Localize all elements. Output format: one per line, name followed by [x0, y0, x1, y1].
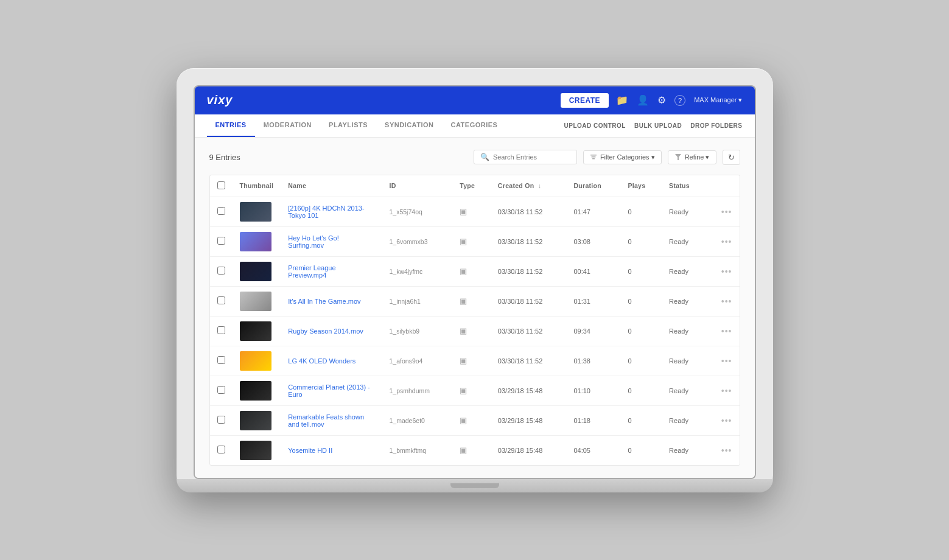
created-cell: 03/30/18 11:52 [491, 346, 567, 376]
table-body: [2160p] 4K HDChN 2013-Tokyo 101 1_x55j74… [210, 197, 740, 465]
filter-categories-button[interactable]: Filter Categories ▾ [583, 150, 662, 164]
toolbar: 9 Entries 🔍 Filter Categories ▾ Refine ▾… [209, 150, 740, 165]
more-actions-cell[interactable]: ••• [707, 405, 739, 435]
duration-cell: 01:47 [566, 197, 620, 226]
more-actions-cell[interactable]: ••• [707, 226, 739, 256]
row-checkbox-8[interactable] [217, 446, 225, 453]
row-checkbox-cell [210, 435, 233, 465]
more-actions-cell[interactable]: ••• [707, 346, 739, 376]
col-status: Status [662, 175, 707, 197]
entries-table-container: Thumbnail Name ID Type Created On ↓ Dura… [209, 175, 740, 466]
thumbnail-image [240, 292, 271, 311]
duration-cell: 04:05 [566, 435, 620, 465]
name-cell[interactable]: Rugby Season 2014.mov [281, 316, 382, 346]
username-display[interactable]: MAX Manager ▾ [694, 96, 742, 104]
table-row: Rugby Season 2014.mov 1_silybkb9 ▣ 03/30… [210, 316, 740, 346]
type-cell: ▣ [452, 226, 491, 256]
header-checkbox-cell [210, 175, 233, 197]
name-cell[interactable]: Commercial Planet (2013) - Euro [281, 376, 382, 405]
created-cell: 03/29/18 15:48 [491, 435, 567, 465]
more-actions-cell[interactable]: ••• [707, 286, 739, 316]
name-cell[interactable]: Yosemite HD II [281, 435, 382, 465]
tab-categories[interactable]: CATEGORIES [443, 114, 506, 137]
tab-entries[interactable]: ENTRIES [207, 114, 255, 137]
thumbnail-cell [233, 286, 281, 316]
status-cell: Ready [662, 376, 707, 405]
table-row: LG 4K OLED Wonders 1_afons9o4 ▣ 03/30/18… [210, 346, 740, 376]
tab-syndication[interactable]: SYNDICATION [376, 114, 442, 137]
type-cell: ▣ [452, 435, 491, 465]
settings-icon[interactable]: ⚙ [657, 94, 666, 106]
plays-cell: 0 [620, 226, 662, 256]
name-cell[interactable]: Remarkable Feats shown and tell.mov [281, 405, 382, 435]
id-cell: 1_made6et0 [382, 405, 453, 435]
brand-logo: vixy [207, 93, 233, 107]
more-actions-cell[interactable]: ••• [707, 376, 739, 405]
row-checkbox-5[interactable] [217, 356, 225, 364]
id-cell: 1_kw4jyfmc [382, 256, 453, 286]
row-checkbox-cell [210, 405, 233, 435]
type-cell: ▣ [452, 286, 491, 316]
col-created-on[interactable]: Created On ↓ [491, 175, 567, 197]
row-checkbox-6[interactable] [217, 386, 225, 394]
col-id: ID [382, 175, 453, 197]
row-checkbox-4[interactable] [217, 326, 225, 334]
table-row: Premier League Preview.mp4 1_kw4jyfmc ▣ … [210, 256, 740, 286]
bulk-upload-button[interactable]: BULK UPLOAD [634, 122, 682, 129]
entries-count: 9 Entries [209, 153, 240, 162]
row-checkbox-3[interactable] [217, 296, 225, 304]
thumbnail-image [240, 321, 271, 341]
status-cell: Ready [662, 316, 707, 346]
user-icon[interactable]: 👤 [637, 94, 649, 106]
filter-categories-label: Filter Categories ▾ [600, 153, 655, 161]
type-cell: ▣ [452, 405, 491, 435]
more-actions-cell[interactable]: ••• [707, 435, 739, 465]
table-row: [2160p] 4K HDChN 2013-Tokyo 101 1_x55j74… [210, 197, 740, 226]
upload-control-button[interactable]: UPLOAD CONTROL [564, 122, 625, 129]
row-checkbox-0[interactable] [217, 207, 225, 215]
refresh-button[interactable]: ↻ [723, 150, 740, 165]
thumbnail-cell [233, 405, 281, 435]
id-cell: 1_innja6h1 [382, 286, 453, 316]
created-cell: 03/30/18 11:52 [491, 197, 567, 226]
laptop-notch [450, 483, 499, 488]
search-input[interactable] [493, 153, 570, 161]
thumbnail-cell [233, 197, 281, 226]
id-cell: 1_bmmkftmq [382, 435, 453, 465]
more-actions-cell[interactable]: ••• [707, 256, 739, 286]
name-cell[interactable]: LG 4K OLED Wonders [281, 346, 382, 376]
more-actions-cell[interactable]: ••• [707, 316, 739, 346]
name-cell[interactable]: Hey Ho Let's Go! Surfing.mov [281, 226, 382, 256]
top-navigation: vixy CREATE 📁 👤 ⚙ ? MAX Manager ▾ [195, 86, 755, 114]
created-cell: 03/30/18 11:52 [491, 316, 567, 346]
row-checkbox-7[interactable] [217, 416, 225, 424]
tab-playlists[interactable]: PLAYLISTS [320, 114, 376, 137]
filter-categories-icon [590, 153, 597, 161]
row-checkbox-cell [210, 226, 233, 256]
help-icon[interactable]: ? [674, 95, 685, 106]
nav-icons-group: 📁 👤 ⚙ ? MAX Manager ▾ [616, 94, 742, 106]
name-cell[interactable]: [2160p] 4K HDChN 2013-Tokyo 101 [281, 197, 382, 226]
refine-label: Refine ▾ [685, 153, 710, 161]
laptop-frame: vixy CREATE 📁 👤 ⚙ ? MAX Manager ▾ ENTRIE… [177, 68, 773, 492]
thumbnail-image [240, 381, 271, 401]
col-duration: Duration [566, 175, 620, 197]
created-cell: 03/30/18 11:52 [491, 286, 567, 316]
more-actions-cell[interactable]: ••• [707, 197, 739, 226]
select-all-checkbox[interactable] [217, 181, 225, 189]
name-cell[interactable]: It's All In The Game.mov [281, 286, 382, 316]
thumbnail-image [240, 441, 271, 460]
drop-folders-button[interactable]: DROP FOLDERS [690, 122, 742, 129]
folder-icon[interactable]: 📁 [616, 94, 628, 106]
status-cell: Ready [662, 435, 707, 465]
table-row: It's All In The Game.mov 1_innja6h1 ▣ 03… [210, 286, 740, 316]
id-cell: 1_6vommxb3 [382, 226, 453, 256]
thumbnail-cell [233, 226, 281, 256]
row-checkbox-2[interactable] [217, 267, 225, 275]
refine-button[interactable]: Refine ▾ [668, 150, 716, 164]
create-button[interactable]: CREATE [561, 93, 609, 108]
type-cell: ▣ [452, 376, 491, 405]
tab-moderation[interactable]: MODERATION [255, 114, 320, 137]
row-checkbox-1[interactable] [217, 237, 225, 245]
name-cell[interactable]: Premier League Preview.mp4 [281, 256, 382, 286]
